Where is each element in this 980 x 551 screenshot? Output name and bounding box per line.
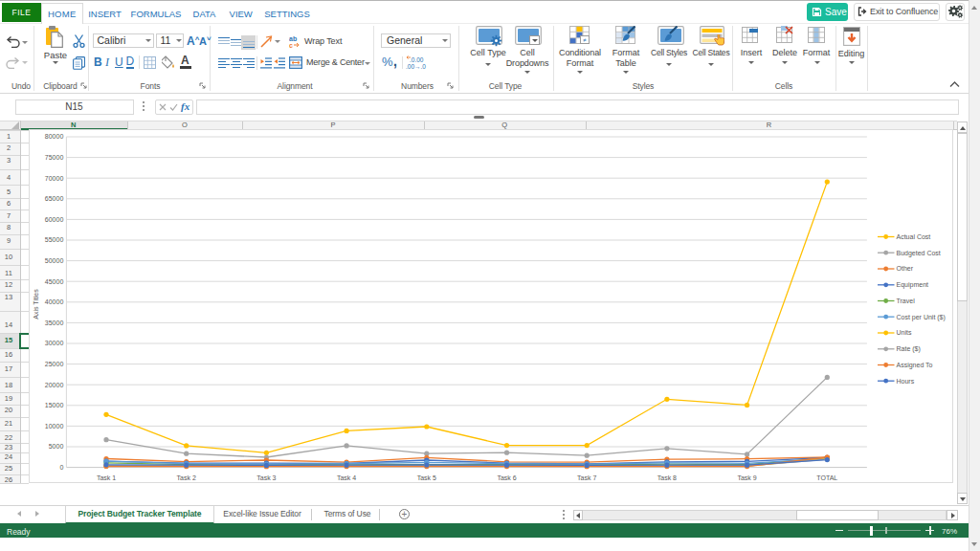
svg-text:80000: 80000 bbox=[44, 133, 63, 140]
svg-text:70000: 70000 bbox=[44, 175, 63, 182]
svg-text:15000: 15000 bbox=[44, 402, 63, 408]
svg-text:50000: 50000 bbox=[44, 257, 63, 264]
svg-text:20000: 20000 bbox=[44, 382, 63, 388]
svg-text:Travel: Travel bbox=[896, 298, 915, 304]
svg-text:Assigned To: Assigned To bbox=[896, 362, 932, 369]
svg-text:55000: 55000 bbox=[44, 236, 63, 243]
svg-text:60000: 60000 bbox=[44, 216, 63, 223]
svg-text:Task 7: Task 7 bbox=[577, 474, 596, 481]
svg-text:.00→.0: .00→.0 bbox=[406, 63, 426, 70]
svg-text:Task 9: Task 9 bbox=[737, 474, 756, 481]
svg-text:Task 3: Task 3 bbox=[256, 474, 276, 481]
svg-text:c: c bbox=[289, 42, 293, 48]
svg-text:Actual Cost: Actual Cost bbox=[896, 233, 930, 240]
svg-text:Units: Units bbox=[896, 329, 911, 336]
svg-text:25000: 25000 bbox=[44, 361, 63, 367]
svg-text:Hours: Hours bbox=[896, 378, 914, 385]
svg-text:40000: 40000 bbox=[44, 298, 63, 305]
svg-text:ab: ab bbox=[289, 35, 297, 42]
svg-text:Equipment: Equipment bbox=[896, 281, 928, 289]
svg-text:45000: 45000 bbox=[44, 278, 63, 285]
svg-text:0: 0 bbox=[59, 464, 63, 471]
svg-text:Axis Titles: Axis Titles bbox=[33, 289, 39, 320]
svg-text:35000: 35000 bbox=[44, 320, 63, 326]
svg-text:Task 1: Task 1 bbox=[96, 474, 115, 481]
svg-text:Task 2: Task 2 bbox=[176, 474, 195, 481]
svg-text:Task 8: Task 8 bbox=[657, 474, 676, 481]
svg-text:30000: 30000 bbox=[44, 340, 63, 346]
svg-text:Rate ($): Rate ($) bbox=[896, 345, 920, 353]
svg-text:10000: 10000 bbox=[44, 423, 63, 430]
svg-text:Budgeted Cost: Budgeted Cost bbox=[896, 250, 940, 257]
svg-text:Task 6: Task 6 bbox=[497, 474, 516, 481]
svg-text:65000: 65000 bbox=[44, 195, 63, 202]
svg-text:Task 5: Task 5 bbox=[416, 474, 435, 481]
svg-text:Other: Other bbox=[896, 265, 913, 272]
svg-text:5000: 5000 bbox=[48, 443, 63, 450]
svg-text:Cost per Unit ($): Cost per Unit ($) bbox=[896, 314, 945, 321]
svg-text:Task 4: Task 4 bbox=[336, 474, 355, 481]
svg-text:TOTAL: TOTAL bbox=[816, 474, 837, 481]
svg-text:.0.00: .0.00 bbox=[410, 56, 424, 63]
svg-text:75000: 75000 bbox=[44, 154, 63, 161]
